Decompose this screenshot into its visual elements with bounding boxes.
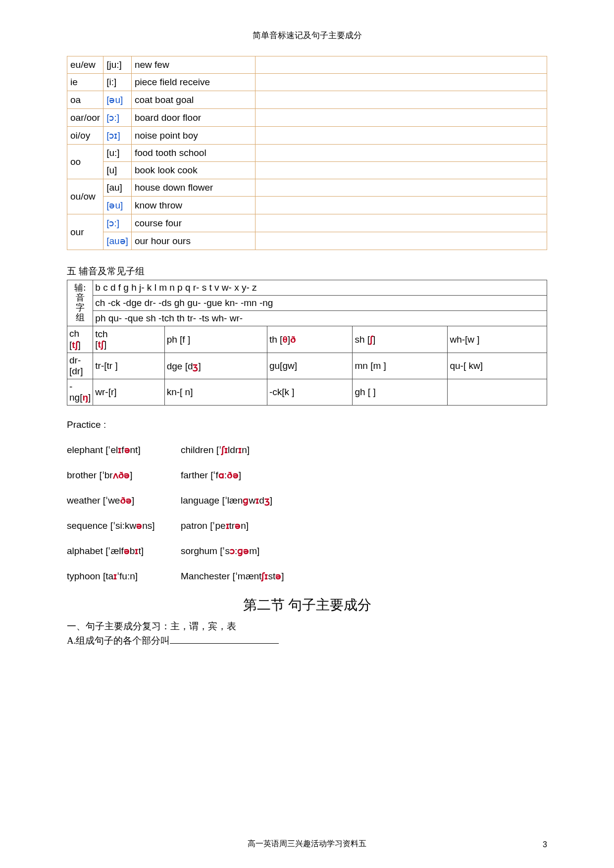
consonant-ipa-cell: gu[gw] xyxy=(267,353,352,379)
ipa-cell: [i:] xyxy=(103,74,132,91)
practice-row: typhoon [taɪˈfu:n]Manchester [ˈmæntʃɪstə… xyxy=(67,570,547,582)
table-row: oi/oy[ɔɪ]noise point boy xyxy=(67,127,547,145)
example-words-cell: board door floor xyxy=(131,109,255,127)
practice-word-right: language [ˈlænɡwɪdʒ] xyxy=(181,495,272,506)
practice-row: sequence [ˈsi:kwəns]patron [ˈpeɪtrən] xyxy=(67,520,547,531)
section-2-title: 第二节 句子主要成分 xyxy=(67,596,547,614)
example-words-cell: noise point boy xyxy=(131,127,255,145)
table-row: [əu]know throw xyxy=(67,197,547,214)
consonant-ipa-cell xyxy=(448,379,547,406)
empty-cell xyxy=(255,56,547,74)
example-words-cell: course four xyxy=(131,214,255,232)
table-row: ch [tʃ]tch[tʃ]ph [f ]th [θ]ðsh [ʃ]wh-[w … xyxy=(67,326,547,353)
practice-word-right: patron [ˈpeɪtrən] xyxy=(181,520,249,531)
empty-cell xyxy=(255,162,547,179)
empty-cell xyxy=(255,197,547,214)
ipa-cell: [ɔɪ] xyxy=(103,127,132,145)
consonant-ipa-cell: -ck[k ] xyxy=(267,379,352,406)
ipa-cell: [au] xyxy=(103,179,132,197)
practice-word-left: brother [ˈbrʌðə] xyxy=(67,469,181,481)
ipa-cell: [ju:] xyxy=(103,56,132,74)
practice-word-left: weather [ˈweðə] xyxy=(67,495,181,506)
table-row: oar/oor[ɔ:]board door floor xyxy=(67,109,547,127)
practice-list: elephant [ˈelɪfənt]children [ˈʃɪldrɪn]br… xyxy=(67,444,547,582)
example-words-cell: book look cook xyxy=(131,162,255,179)
consonant-ipa-cell: sh [ʃ] xyxy=(353,326,448,353)
empty-cell xyxy=(255,179,547,197)
empty-cell xyxy=(255,91,547,109)
review-line-2: A.组成句子的各个部分叫 xyxy=(67,635,170,646)
practice-row: brother [ˈbrʌðə]farther [ˈfɑ:ðə] xyxy=(67,469,547,481)
table-row: oa[əu]coat boat goal xyxy=(67,91,547,109)
table-row: eu/ew[ju:]new few xyxy=(67,56,547,74)
letter-combo-cell: oo xyxy=(67,145,103,179)
practice-word-right: Manchester [ˈmæntʃɪstə] xyxy=(181,570,284,582)
empty-cell xyxy=(255,232,547,250)
ipa-cell: [əu] xyxy=(103,91,132,109)
consonant-list-cell: b c d f g h j- k l m n p q r- s t v w- x… xyxy=(93,280,547,296)
example-words-cell: piece field receive xyxy=(131,74,255,91)
table-row: [auə]our hour ours xyxy=(67,232,547,250)
ipa-cell: [u:] xyxy=(103,145,132,162)
ipa-cell: [ɔ:] xyxy=(103,109,132,127)
letter-combo-cell: oi/oy xyxy=(67,127,103,145)
consonant-list-cell: ph qu- -que sh -tch th tr- -ts wh- wr- xyxy=(93,311,547,326)
practice-row: elephant [ˈelɪfənt]children [ˈʃɪldrɪn] xyxy=(67,444,547,456)
section-5-label: 五 辅音及常见子组 xyxy=(67,265,547,278)
table-row: dr-[dr]tr-[tr ]dge [dʒ]gu[gw]mn [m ]qu-[… xyxy=(67,353,547,379)
consonant-ipa-cell: gh [ ] xyxy=(353,379,448,406)
page-number: 3 xyxy=(543,840,547,849)
empty-cell xyxy=(255,127,547,145)
footer-text: 高一英语周三兴趣活动学习资料五 xyxy=(0,839,614,849)
letter-combo-cell: our xyxy=(67,214,103,250)
consonant-ipa-cell: wr-[r] xyxy=(93,379,164,406)
example-words-cell: know throw xyxy=(131,197,255,214)
letter-combo-cell: eu/ew xyxy=(67,56,103,74)
practice-word-right: farther [ˈfɑ:ðə] xyxy=(181,469,241,481)
table-row: -ng[ŋ]wr-[r]kn-[ n]-ck[k ]gh [ ] xyxy=(67,379,547,406)
empty-cell xyxy=(255,145,547,162)
example-words-cell: house down flower xyxy=(131,179,255,197)
ipa-cell: [u] xyxy=(103,162,132,179)
page-header-title: 简单音标速记及句子主要成分 xyxy=(67,30,547,41)
letter-combo-cell: oar/oor xyxy=(67,109,103,127)
table-row: oo[u:]food tooth school xyxy=(67,145,547,162)
practice-row: alphabet [ˈælfəbɪt]sorghum [ˈsɔ:ɡəm] xyxy=(67,545,547,557)
ipa-cell: [auə] xyxy=(103,232,132,250)
consonant-ipa-cell: qu-[ kw] xyxy=(448,353,547,379)
practice-word-left: typhoon [taɪˈfu:n] xyxy=(67,570,181,582)
consonant-ipa-cell: ch [tʃ] xyxy=(67,326,93,353)
consonant-ipa-cell: -ng[ŋ] xyxy=(67,379,93,406)
practice-row: weather [ˈweðə]language [ˈlænɡwɪdʒ] xyxy=(67,495,547,506)
consonant-ipa-cell: th [θ]ð xyxy=(267,326,352,353)
vowel-combo-table: eu/ew[ju:]new fewie[i:]piece field recei… xyxy=(67,56,547,250)
table-row: our[ɔ:]course four xyxy=(67,214,547,232)
letter-combo-cell: ie xyxy=(67,74,103,91)
letter-combo-cell: ou/ow xyxy=(67,179,103,214)
empty-cell xyxy=(255,74,547,91)
example-words-cell: coat boat goal xyxy=(131,91,255,109)
table-row: ou/ow[au] house down flower xyxy=(67,179,547,197)
empty-cell xyxy=(255,109,547,127)
review-line-1: 一、句子主要成分复习：主，谓，宾，表 xyxy=(67,621,236,631)
practice-word-right: children [ˈʃɪldrɪn] xyxy=(181,444,250,456)
empty-cell xyxy=(255,214,547,232)
blank-underline xyxy=(170,634,279,644)
practice-word-left: alphabet [ˈælfəbɪt] xyxy=(67,545,181,557)
consonant-ipa-cell: dge [dʒ] xyxy=(164,353,267,379)
table-row: [u]book look cook xyxy=(67,162,547,179)
ipa-cell: [ɔ:] xyxy=(103,214,132,232)
consonant-table: 辅:音字组b c d f g h j- k l m n p q r- s t v… xyxy=(67,280,547,406)
practice-word-left: elephant [ˈelɪfənt] xyxy=(67,444,181,456)
consonant-ipa-cell: dr-[dr] xyxy=(67,353,93,379)
vertical-header-cell: 辅:音字组 xyxy=(67,280,93,326)
ipa-cell: [əu] xyxy=(103,197,132,214)
practice-word-right: sorghum [ˈsɔ:ɡəm] xyxy=(181,545,259,557)
letter-combo-cell: oa xyxy=(67,91,103,109)
consonant-ipa-cell: mn [m ] xyxy=(353,353,448,379)
consonant-ipa-cell: ph [f ] xyxy=(164,326,267,353)
consonant-ipa-cell: kn-[ n] xyxy=(164,379,267,406)
example-words-cell: our hour ours xyxy=(131,232,255,250)
consonant-list-cell: ch -ck -dge dr- -ds gh gu- -gue kn- -mn … xyxy=(93,296,547,311)
consonant-ipa-cell: wh-[w ] xyxy=(448,326,547,353)
